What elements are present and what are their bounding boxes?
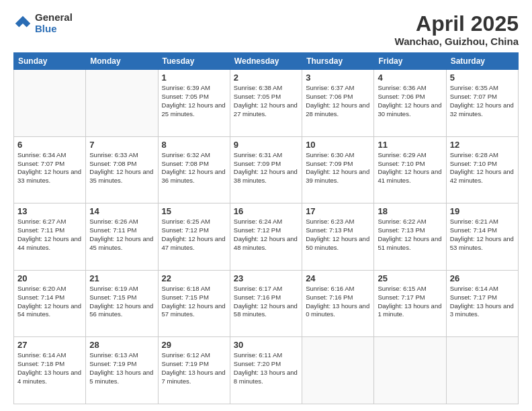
col-monday: Monday xyxy=(86,53,158,70)
day-info: Sunrise: 6:13 AM Sunset: 7:19 PM Dayligh… xyxy=(89,351,154,385)
day-number: 18 xyxy=(378,206,442,216)
day-info: Sunrise: 6:26 AM Sunset: 7:11 PM Dayligh… xyxy=(89,218,154,252)
day-info: Sunrise: 6:36 AM Sunset: 7:06 PM Dayligh… xyxy=(378,84,442,118)
logo-icon xyxy=(13,14,32,33)
day-info: Sunrise: 6:24 AM Sunset: 7:12 PM Dayligh… xyxy=(234,218,298,252)
calendar-week-row: 13Sunrise: 6:27 AM Sunset: 7:11 PM Dayli… xyxy=(14,203,519,271)
day-info: Sunrise: 6:20 AM Sunset: 7:14 PM Dayligh… xyxy=(17,285,82,319)
day-number: 27 xyxy=(17,340,82,350)
col-friday: Friday xyxy=(374,53,446,70)
table-row xyxy=(14,70,86,137)
day-info: Sunrise: 6:21 AM Sunset: 7:14 PM Dayligh… xyxy=(450,218,515,252)
day-number: 22 xyxy=(162,273,226,283)
table-row: 7Sunrise: 6:33 AM Sunset: 7:08 PM Daylig… xyxy=(86,136,158,203)
table-row xyxy=(86,70,158,137)
logo-general-text: General xyxy=(35,12,73,24)
day-number: 11 xyxy=(378,140,442,150)
table-row: 12Sunrise: 6:28 AM Sunset: 7:10 PM Dayli… xyxy=(446,136,518,203)
day-number: 13 xyxy=(17,206,82,216)
day-info: Sunrise: 6:23 AM Sunset: 7:13 PM Dayligh… xyxy=(306,218,370,252)
day-number: 23 xyxy=(234,273,298,283)
day-number: 7 xyxy=(89,140,154,150)
calendar-week-row: 1Sunrise: 6:39 AM Sunset: 7:05 PM Daylig… xyxy=(14,70,519,137)
title-block: April 2025 Wanchao, Guizhou, China xyxy=(395,12,519,47)
table-row: 2Sunrise: 6:38 AM Sunset: 7:05 PM Daylig… xyxy=(230,70,302,137)
col-tuesday: Tuesday xyxy=(158,53,230,70)
day-number: 12 xyxy=(450,140,515,150)
table-row: 16Sunrise: 6:24 AM Sunset: 7:12 PM Dayli… xyxy=(230,203,302,271)
table-row: 23Sunrise: 6:17 AM Sunset: 7:16 PM Dayli… xyxy=(230,270,302,337)
calendar-table: Sunday Monday Tuesday Wednesday Thursday… xyxy=(13,52,519,404)
day-info: Sunrise: 6:12 AM Sunset: 7:19 PM Dayligh… xyxy=(162,351,226,385)
table-row: 18Sunrise: 6:22 AM Sunset: 7:13 PM Dayli… xyxy=(374,203,446,271)
table-row: 11Sunrise: 6:29 AM Sunset: 7:10 PM Dayli… xyxy=(374,136,446,203)
table-row: 20Sunrise: 6:20 AM Sunset: 7:14 PM Dayli… xyxy=(14,270,86,337)
day-number: 29 xyxy=(162,340,226,350)
day-info: Sunrise: 6:25 AM Sunset: 7:12 PM Dayligh… xyxy=(162,218,226,252)
day-number: 17 xyxy=(306,206,370,216)
day-number: 6 xyxy=(17,140,82,150)
day-number: 16 xyxy=(234,206,298,216)
day-number: 28 xyxy=(89,340,154,350)
day-info: Sunrise: 6:14 AM Sunset: 7:17 PM Dayligh… xyxy=(450,285,515,319)
day-number: 8 xyxy=(162,140,226,150)
table-row: 27Sunrise: 6:14 AM Sunset: 7:18 PM Dayli… xyxy=(14,337,86,404)
day-info: Sunrise: 6:37 AM Sunset: 7:06 PM Dayligh… xyxy=(306,84,370,118)
day-number: 4 xyxy=(378,73,442,83)
table-row: 6Sunrise: 6:34 AM Sunset: 7:07 PM Daylig… xyxy=(14,136,86,203)
calendar-week-row: 20Sunrise: 6:20 AM Sunset: 7:14 PM Dayli… xyxy=(14,270,519,337)
table-row: 15Sunrise: 6:25 AM Sunset: 7:12 PM Dayli… xyxy=(158,203,230,271)
table-row: 8Sunrise: 6:32 AM Sunset: 7:08 PM Daylig… xyxy=(158,136,230,203)
day-number: 25 xyxy=(378,273,442,283)
table-row: 9Sunrise: 6:31 AM Sunset: 7:09 PM Daylig… xyxy=(230,136,302,203)
day-info: Sunrise: 6:15 AM Sunset: 7:17 PM Dayligh… xyxy=(378,285,442,319)
day-number: 15 xyxy=(162,206,226,216)
day-number: 5 xyxy=(450,73,515,83)
col-wednesday: Wednesday xyxy=(230,53,302,70)
day-info: Sunrise: 6:30 AM Sunset: 7:09 PM Dayligh… xyxy=(306,151,370,185)
day-number: 30 xyxy=(234,340,298,350)
table-row: 24Sunrise: 6:16 AM Sunset: 7:16 PM Dayli… xyxy=(302,270,374,337)
day-info: Sunrise: 6:17 AM Sunset: 7:16 PM Dayligh… xyxy=(234,285,298,319)
day-info: Sunrise: 6:11 AM Sunset: 7:20 PM Dayligh… xyxy=(234,351,298,385)
logo-blue-text: Blue xyxy=(35,24,73,35)
table-row: 29Sunrise: 6:12 AM Sunset: 7:19 PM Dayli… xyxy=(158,337,230,404)
table-row xyxy=(446,337,518,404)
day-number: 26 xyxy=(450,273,515,283)
svg-marker-0 xyxy=(15,15,30,27)
day-info: Sunrise: 6:34 AM Sunset: 7:07 PM Dayligh… xyxy=(17,151,82,185)
table-row xyxy=(302,337,374,404)
day-info: Sunrise: 6:35 AM Sunset: 7:07 PM Dayligh… xyxy=(450,84,515,118)
day-info: Sunrise: 6:18 AM Sunset: 7:15 PM Dayligh… xyxy=(162,285,226,319)
day-info: Sunrise: 6:39 AM Sunset: 7:05 PM Dayligh… xyxy=(162,84,226,118)
calendar-week-row: 27Sunrise: 6:14 AM Sunset: 7:18 PM Dayli… xyxy=(14,337,519,404)
day-number: 3 xyxy=(306,73,370,83)
table-row: 3Sunrise: 6:37 AM Sunset: 7:06 PM Daylig… xyxy=(302,70,374,137)
day-info: Sunrise: 6:28 AM Sunset: 7:10 PM Dayligh… xyxy=(450,151,515,185)
table-row: 14Sunrise: 6:26 AM Sunset: 7:11 PM Dayli… xyxy=(86,203,158,271)
day-info: Sunrise: 6:27 AM Sunset: 7:11 PM Dayligh… xyxy=(17,218,82,252)
day-number: 24 xyxy=(306,273,370,283)
table-row: 4Sunrise: 6:36 AM Sunset: 7:06 PM Daylig… xyxy=(374,70,446,137)
title-location: Wanchao, Guizhou, China xyxy=(395,36,519,47)
day-info: Sunrise: 6:32 AM Sunset: 7:08 PM Dayligh… xyxy=(162,151,226,185)
calendar-week-row: 6Sunrise: 6:34 AM Sunset: 7:07 PM Daylig… xyxy=(14,136,519,203)
day-info: Sunrise: 6:14 AM Sunset: 7:18 PM Dayligh… xyxy=(17,351,82,385)
table-row: 13Sunrise: 6:27 AM Sunset: 7:11 PM Dayli… xyxy=(14,203,86,271)
day-number: 20 xyxy=(17,273,82,283)
day-info: Sunrise: 6:33 AM Sunset: 7:08 PM Dayligh… xyxy=(89,151,154,185)
table-row: 19Sunrise: 6:21 AM Sunset: 7:14 PM Dayli… xyxy=(446,203,518,271)
logo: General Blue xyxy=(13,12,73,34)
table-row: 30Sunrise: 6:11 AM Sunset: 7:20 PM Dayli… xyxy=(230,337,302,404)
table-row: 25Sunrise: 6:15 AM Sunset: 7:17 PM Dayli… xyxy=(374,270,446,337)
title-month: April 2025 xyxy=(395,12,519,36)
col-sunday: Sunday xyxy=(14,53,86,70)
day-number: 10 xyxy=(306,140,370,150)
day-info: Sunrise: 6:16 AM Sunset: 7:16 PM Dayligh… xyxy=(306,285,370,319)
calendar-header-row: Sunday Monday Tuesday Wednesday Thursday… xyxy=(14,53,519,70)
day-number: 14 xyxy=(89,206,154,216)
table-row: 21Sunrise: 6:19 AM Sunset: 7:15 PM Dayli… xyxy=(86,270,158,337)
day-info: Sunrise: 6:19 AM Sunset: 7:15 PM Dayligh… xyxy=(89,285,154,319)
page: General Blue April 2025 Wanchao, Guizhou… xyxy=(0,0,532,411)
col-saturday: Saturday xyxy=(446,53,518,70)
